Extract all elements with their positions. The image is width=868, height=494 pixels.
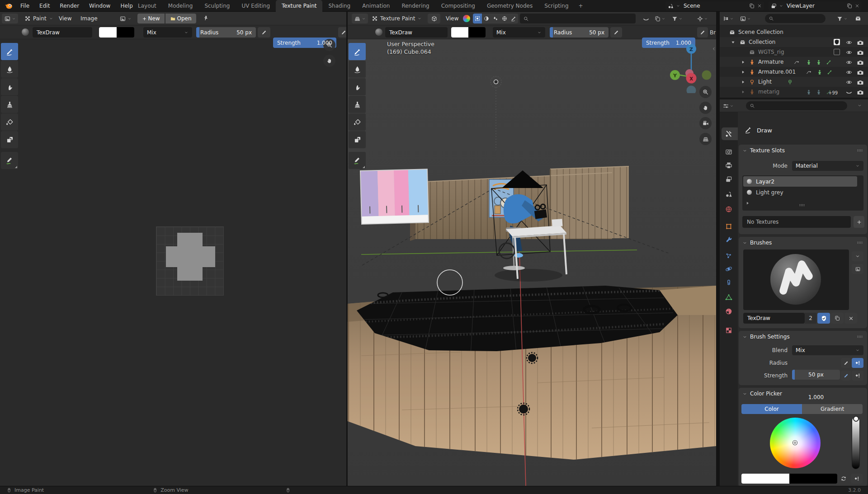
tool-smear[interactable] [1,78,18,95]
tab-render[interactable] [725,148,733,156]
outliner-filter-dropdown[interactable] [836,14,848,24]
menu-file[interactable]: File [15,0,34,12]
tool-soften[interactable] [349,61,366,78]
display-mode-dropdown[interactable] [722,14,734,24]
render-visibility-icon[interactable] [857,59,864,66]
tool-draw[interactable] [349,43,366,60]
viewport-search-input[interactable] [520,14,636,24]
value-slider[interactable] [852,417,860,469]
tab-compositing[interactable]: Compositing [435,0,481,12]
foreground-color-swatch[interactable] [741,474,789,484]
tool-clone[interactable] [1,96,18,113]
strength-animate-button[interactable] [852,371,863,381]
outliner-row-wgts-rig[interactable]: WGTS_rig [720,47,868,57]
tab-object-data[interactable] [725,293,733,301]
secondary-color-swatch[interactable] [468,27,486,38]
collection-checkbox-checked[interactable] [834,39,840,45]
outliner-row-scene-collection[interactable]: Scene Collection [720,27,868,37]
close-icon[interactable] [757,3,762,9]
tab-texture-paint[interactable]: Texture Paint [276,0,322,12]
no-textures-field[interactable]: No Textures [742,216,851,228]
radius-animate-button[interactable] [852,358,863,368]
brush-datablock-icon[interactable] [375,28,382,36]
tool-fill[interactable] [349,113,366,131]
tab-sculpting[interactable]: Sculpting [198,0,236,12]
duplicate-brush-button[interactable] [831,313,844,324]
grip-icon[interactable] [856,333,863,340]
expand-list-icon[interactable] [745,201,750,206]
hide-eye-icon[interactable] [845,49,853,56]
outliner-search-input[interactable] [765,14,826,23]
secondary-color-swatch[interactable] [117,27,134,38]
editor-type-button[interactable] [722,101,734,111]
brush-name-field[interactable]: TexDraw [33,27,92,38]
tab-rendering[interactable]: Rendering [396,0,435,12]
tab-layout[interactable]: Layout [132,0,162,12]
hide-eye-icon[interactable] [845,79,853,86]
outliner-row-light[interactable]: Light [720,77,868,87]
color-picker-panel-header[interactable]: Color Picker [739,388,867,400]
tab-tool[interactable] [725,130,733,138]
add-texture-button[interactable] [854,216,864,228]
radius-pressure-button[interactable] [258,27,270,38]
brushes-panel-header[interactable]: Brushes [739,237,867,249]
render-visibility-icon[interactable] [857,69,864,76]
tab-uv-editing[interactable]: UV Editing [236,0,276,12]
outliner-row-metarig[interactable]: metarig +99 [720,87,868,97]
image-datablock-dropdown[interactable] [119,12,132,25]
tab-geometry-nodes[interactable]: Geometry Nodes [481,0,538,12]
pin-icon[interactable] [203,15,209,22]
tab-modifiers[interactable] [725,236,733,244]
disclosure-triangle-icon[interactable] [741,89,745,94]
tool-soften[interactable] [1,61,18,78]
slot-item[interactable]: Light grey [743,187,857,198]
open-image-button[interactable]: Open [165,14,196,24]
value-slider-handle[interactable] [853,416,859,422]
strength-pressure-button[interactable] [841,371,851,381]
render-visibility-icon[interactable] [857,89,864,96]
pan-hand-button[interactable] [699,102,712,114]
disclosure-triangle-icon[interactable] [731,40,736,45]
blend-mode-dropdown[interactable]: Mix [143,27,192,38]
collection-checkbox-unchecked[interactable] [834,49,840,55]
zoom-button[interactable] [699,86,712,98]
strength-pressure-button[interactable] [338,27,346,38]
texture-slots-panel-header[interactable]: Texture Slots [739,145,867,156]
radius-pressure-button[interactable] [610,27,622,38]
menu-image[interactable]: Image [76,12,102,25]
hide-eye-icon[interactable] [845,59,853,66]
menu-edit[interactable]: Edit [34,0,55,12]
disclosure-triangle-icon[interactable] [741,80,745,85]
texture-image-canvas[interactable] [156,227,223,295]
tab-color[interactable]: Color [741,404,802,414]
pan-hand-button[interactable] [323,55,335,67]
menu-render[interactable]: Render [55,0,84,12]
tool-clone[interactable] [349,96,366,113]
tool-annotate[interactable] [1,152,18,169]
tab-animation[interactable]: Animation [356,0,396,12]
blend-mode-dropdown[interactable]: Mix [493,27,545,38]
primary-color-swatch[interactable] [451,27,468,38]
brush-name-field[interactable]: TexDraw [743,313,805,324]
toggle-paint-droplets[interactable] [491,14,500,24]
add-workspace-button[interactable]: + [575,0,587,12]
interaction-mode-dropdown[interactable]: Texture Paint [372,12,422,25]
stencil-cube-button[interactable] [428,14,440,24]
tab-physics[interactable] [725,265,733,273]
menu-view[interactable]: View [54,12,76,25]
duplicate-view-layer-icon[interactable] [846,3,853,9]
color-wheel-cursor[interactable] [793,441,797,445]
render-visibility-icon[interactable] [857,39,864,46]
ortho-perspective-button[interactable] [699,133,712,145]
tab-texture[interactable] [725,326,733,334]
unlink-brush-button[interactable] [844,313,857,324]
tab-scene[interactable] [725,190,733,198]
disclosure-triangle-icon[interactable] [741,70,745,75]
tab-particles[interactable] [725,252,733,260]
hidden-eye-closed-icon[interactable] [845,89,853,96]
toggle-texture-select[interactable] [473,14,482,24]
tab-shading[interactable]: Shading [322,0,356,12]
collapse-sidebar-icon[interactable] [711,46,716,52]
new-image-button[interactable]: New [137,14,165,24]
blender-logo-icon[interactable] [4,1,14,10]
